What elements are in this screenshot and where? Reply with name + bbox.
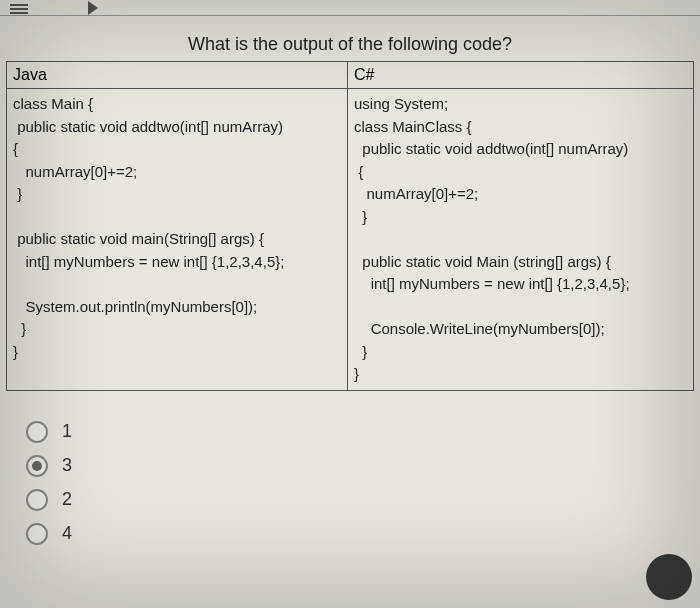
answer-options: 1 3 2 4 [26,421,694,545]
java-code-cell: class Main { public static void addtwo(i… [7,89,348,391]
radio-icon[interactable] [26,421,48,443]
option-2[interactable]: 2 [26,489,694,511]
radio-icon[interactable] [26,489,48,511]
option-label: 2 [62,489,72,510]
menu-icon[interactable] [10,2,28,14]
radio-icon[interactable] [26,455,48,477]
option-label: 4 [62,523,72,544]
table-header-java: Java [7,62,348,89]
option-label: 3 [62,455,72,476]
top-toolbar [0,0,700,16]
question-page: What is the output of the following code… [0,16,700,608]
help-bubble-icon[interactable] [646,554,692,600]
radio-icon[interactable] [26,523,48,545]
table-header-csharp: C# [348,62,694,89]
code-comparison-table: Java C# class Main { public static void … [6,61,694,391]
play-icon[interactable] [88,1,98,15]
csharp-code-cell: using System; class MainClass { public s… [348,89,694,391]
option-3[interactable]: 3 [26,455,694,477]
option-4[interactable]: 4 [26,523,694,545]
question-title: What is the output of the following code… [6,34,694,55]
option-1[interactable]: 1 [26,421,694,443]
option-label: 1 [62,421,72,442]
